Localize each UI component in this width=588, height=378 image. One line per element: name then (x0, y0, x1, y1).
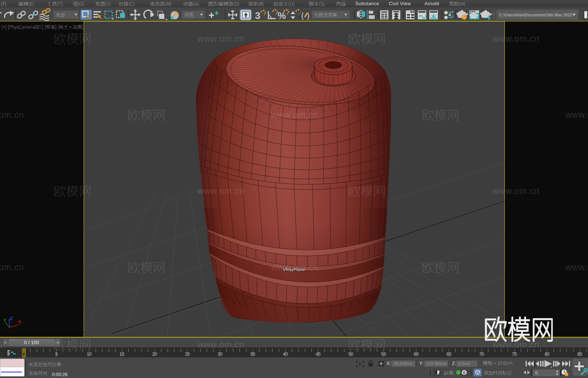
svg-text:0: 0 (23, 352, 25, 356)
svg-text:Z: Z (10, 316, 13, 321)
svg-text:}: } (307, 11, 310, 20)
svg-text:{: { (301, 11, 304, 20)
svg-text:C:\Users\Han\Documents\3ds Max: C:\Users\Han\Documents\3ds Max 2022 (499, 13, 572, 17)
svg-text:X: X (18, 320, 21, 324)
svg-text:%: % (278, 10, 286, 21)
svg-text:Y: Y (3, 318, 6, 323)
svg-text:3: 3 (255, 10, 260, 21)
